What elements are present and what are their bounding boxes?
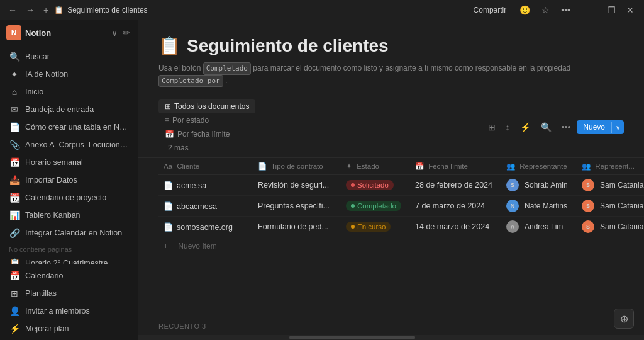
- page-title: Seguimiento de clientes: [187, 36, 389, 56]
- person-name: Andrea Lim: [525, 222, 563, 231]
- back-button[interactable]: ←: [5, 4, 20, 16]
- completado-badge: Completado: [203, 62, 251, 75]
- nav-controls: ← → + 📋 Seguimiento de clientes: [5, 4, 469, 16]
- sidebar-item-crear-tabla[interactable]: 📄 Cómo crear una tabla en Notion: [3, 118, 135, 136]
- minimize-button[interactable]: —: [584, 3, 601, 17]
- cell-rep: N Nate Martins: [501, 196, 577, 217]
- col-header-estado[interactable]: ✦ Estado: [341, 158, 410, 175]
- cell-estado: Completado: [341, 196, 410, 217]
- col-header-rep[interactable]: 👥 Representante: [501, 158, 577, 175]
- cell-cliente: 📄somosacme.org: [158, 217, 253, 237]
- main-content: 📋 Seguimiento de clientes Usa el botón C…: [138, 20, 644, 340]
- db-more-button[interactable]: •••: [558, 120, 575, 134]
- close-button[interactable]: ✕: [621, 3, 639, 17]
- sidebar-item-integrar[interactable]: 🔗 Integrar Calendar en Notion: [3, 224, 135, 242]
- workspace-chevron[interactable]: ∨: [110, 26, 119, 39]
- sidebar-item-search[interactable]: 🔍 Buscar: [3, 48, 135, 65]
- db-tab-por-estado[interactable]: ≡ Por estado: [158, 113, 255, 127]
- forward-button[interactable]: →: [23, 4, 38, 16]
- person-cell: S Sam Catania: [582, 200, 644, 212]
- person-cell: S Sam Catania: [582, 220, 644, 233]
- sidebar-item-horario2[interactable]: 📋 Horario 2° Cuatrimestre: [3, 254, 135, 264]
- cell-fecha: 14 de marzo de 2024: [410, 217, 501, 237]
- new-btn-arrow: ∨: [611, 122, 624, 133]
- sidebar-label-mejorar: Mejorar plan: [25, 324, 129, 333]
- lightning-button[interactable]: ⚡: [516, 120, 535, 134]
- sidebar-item-ia[interactable]: ✦ IA de Notion: [3, 65, 135, 83]
- cell-rep: S Sohrab Amin: [501, 175, 577, 196]
- add-page-button[interactable]: +: [40, 4, 52, 16]
- search-button[interactable]: 🔍: [537, 120, 555, 134]
- db-tab-por-fecha[interactable]: 📅 Por fecha límite: [158, 127, 255, 141]
- sidebar-item-inicio[interactable]: ⌂ Inicio: [3, 83, 135, 101]
- status-dot: [351, 183, 355, 187]
- status-dot: [351, 204, 355, 208]
- db-table-container: Aa Cliente 📄 Tipo de contrato ✦ Estado 📅…: [138, 158, 644, 317]
- more-button[interactable]: •••: [558, 4, 574, 16]
- sidebar-label-calendario-bottom: Calendario: [25, 271, 129, 280]
- fab-button[interactable]: ⊕: [614, 309, 634, 329]
- sidebar-item-horario[interactable]: 📅 Horario semanal: [3, 154, 135, 171]
- sidebar-item-importar[interactable]: 📥 Importar Datos: [3, 171, 135, 189]
- add-row-icon: +: [164, 242, 168, 251]
- person-name: Sohrab Amin: [525, 181, 568, 190]
- titlebar-actions: Compartir 🙂 ☆ ••• — ❐ ✕: [469, 3, 639, 17]
- sidebar-label-plantillas: Plantillas: [25, 289, 129, 298]
- bottom-scrollbar[interactable]: [138, 335, 644, 340]
- sidebar-label-importar: Importar Datos: [25, 176, 129, 184]
- table-row[interactable]: 📄somosacme.org Formulario de ped... En c…: [158, 217, 644, 237]
- sidebar-icon-plantillas: ⊞: [9, 288, 20, 298]
- cell-fecha: 7 de marzo de 2024: [410, 196, 501, 217]
- person-name: Sam Catania: [600, 201, 643, 210]
- page-header: 📋 Seguimiento de clientes Usa el botón C…: [138, 20, 644, 97]
- col-header-rep2[interactable]: 👥 Represent...: [577, 158, 644, 175]
- sidebar-icon-invitar: 👤: [9, 306, 20, 316]
- add-row-label: + Nuevo ítem: [172, 242, 217, 251]
- table-row[interactable]: 📄abcacmesa Preguntas específi... Complet…: [158, 196, 644, 217]
- sidebar-item-calendario-bottom[interactable]: 📅 Calendario: [3, 267, 135, 285]
- sidebar-item-invitar[interactable]: 👤 Invitar a miembros: [3, 302, 135, 320]
- sidebar-label-horario: Horario semanal: [25, 158, 129, 167]
- person-cell: A Andrea Lim: [506, 220, 572, 233]
- col-header-contrato[interactable]: 📄 Tipo de contrato: [253, 158, 341, 175]
- filter-button[interactable]: ⊞: [484, 120, 499, 134]
- db-tab-mas[interactable]: 2 más: [158, 141, 255, 155]
- col-header-cliente[interactable]: Aa Cliente: [158, 158, 253, 175]
- person-cell: S Sohrab Amin: [506, 179, 572, 191]
- share-button[interactable]: Compartir: [469, 4, 512, 16]
- sidebar-icon-horario2: 📋: [9, 258, 20, 264]
- sidebar-item-label: Bandeja de entrada: [25, 105, 129, 114]
- sort-button[interactable]: ↕: [502, 120, 514, 134]
- add-row-button[interactable]: + + Nuevo ítem: [158, 237, 624, 255]
- sidebar-item-inbox[interactable]: ✉ Bandeja de entrada: [3, 101, 135, 118]
- tab-label-todos: Todos los documentos: [174, 102, 249, 111]
- new-page-button[interactable]: ✏: [121, 26, 131, 39]
- emoji-button[interactable]: 🙂: [516, 4, 533, 16]
- sidebar-item-anexo[interactable]: 📎 Anexo A_Corpus_Locuciones_e...: [3, 136, 135, 154]
- cell-cliente: 📄acme.sa: [158, 175, 253, 196]
- cell-rep: A Andrea Lim: [501, 217, 577, 237]
- sidebar-item-plantillas[interactable]: ⊞ Plantillas: [3, 285, 135, 302]
- star-button[interactable]: ☆: [538, 4, 553, 16]
- table-row[interactable]: 📄acme.sa Revisión de seguri... Solicitad…: [158, 175, 644, 196]
- doc-icon: 📄: [164, 202, 174, 211]
- new-record-button[interactable]: Nuevo ∨: [577, 120, 624, 134]
- tab-label-por-fecha: Por fecha límite: [177, 130, 230, 139]
- workspace-name: Notion: [25, 28, 106, 38]
- col-header-fecha[interactable]: 📅 Fecha límite: [410, 158, 501, 175]
- sidebar-item-calendario[interactable]: 📆 Calendario de proyecto: [3, 189, 135, 207]
- sidebar-nav: 🔍 Buscar ✦ IA de Notion ⌂ Inicio ✉ Bande…: [0, 45, 138, 264]
- person-cell: N Nate Martins: [506, 200, 572, 212]
- page-emoji: 📋: [158, 35, 180, 56]
- cell-contrato: Revisión de seguri...: [253, 175, 341, 196]
- tab-label-por-estado: Por estado: [172, 116, 209, 125]
- person-name: Nate Martins: [525, 201, 567, 210]
- doc-icon: 📄: [164, 223, 174, 232]
- sidebar-item-kanban[interactable]: 📊 Tablero Kanban: [3, 207, 135, 224]
- sidebar-label-crear-tabla: Cómo crear una tabla en Notion: [25, 123, 129, 132]
- sidebar-item-mejorar[interactable]: ⚡ Mejorar plan: [3, 320, 135, 337]
- db-tab-todos[interactable]: ⊞ Todos los documentos: [158, 99, 255, 113]
- sidebar-icon-horario: 📅: [9, 157, 20, 167]
- restore-button[interactable]: ❐: [602, 3, 620, 17]
- cell-rep2: S Sam Catania: [577, 196, 644, 217]
